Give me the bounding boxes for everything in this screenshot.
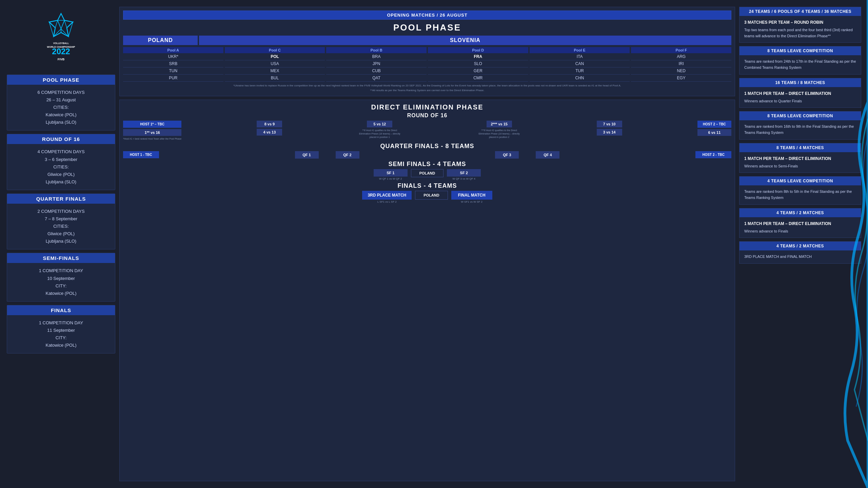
pool-header-pool-d: Pool D [428,47,528,53]
pool-team: CMR [428,75,528,82]
pool-team: CHN [530,75,630,82]
sf-section: SEMI FINALS - 4 TEAMS SF 1 W QF 1 vs W Q… [123,161,731,180]
pool-phase-title: POOL PHASE [123,22,731,33]
ro16-header: ROUND OF 16 [7,134,115,144]
pool-team: SRB [123,60,223,67]
qf-match4: QF 4 [536,151,559,159]
finals-match-group: FINAL MATCH W SF1 vs W SF 2 [451,191,492,203]
pool-team: ARG [631,53,731,60]
pool-team: IRI [631,60,731,67]
ro16-match7: 3 vs 14 [597,129,622,136]
finals-section: FINALS - 4 TEAMS 3RD PLACE MATCH L SF1 v… [123,182,731,203]
ro16-matches-6-7: 7 vs 10 3 vs 14 [597,121,622,136]
pool-team: BRA [326,53,427,60]
pool-phase-section: OPENING MATCHES / 26 AUGUST POOL PHASE P… [119,7,735,96]
right-ro16-header: 16 TEAMS / 8 MATCHES [739,78,861,87]
pool-team: EGY [631,75,731,82]
finals-content: 1 COMPETITION DAY 11 September CITY: Kat… [7,315,115,353]
right-pool-phase-box: 24 TEAMS / 6 POOLS OF 4 TEAMS / 36 MATCH… [739,7,861,43]
pool-team: MEX [225,67,325,75]
left-pool-phase-box: POOL PHASE 6 COMPETITION DAYS 26 – 31 Au… [7,75,115,130]
qf-left-host: HOST 1 - TBC [123,151,159,158]
right-leave1-box: 8 TEAMS LEAVE COMPETITION Teams are rank… [739,46,861,74]
ro16-match8: 6 vs 11 [697,129,731,136]
pool-team: ITA [530,53,630,60]
right-leave1-content: Teams are ranked from 24th to 17th in th… [739,55,861,74]
ro16-match6: 7 vs 10 [597,121,622,127]
ro16-match1: 1** vs 16 [123,129,181,136]
qf-section: QUARTER FINALS - 8 TEAMS HOST 1 - TBC QF… [123,143,731,159]
sf-match2: SF 2 [447,169,481,177]
sf-match1: SF 1 [374,169,408,177]
right-leave2-header: 8 TEAMS LEAVE COMPETITION [739,111,861,120]
right-sf-content: 1 MATCH PER TEAM – DIRECT ELIMINATION Wi… [739,217,861,238]
sf-poland-box: POLAND [411,169,443,177]
pool-team: FRA [428,53,528,60]
pool-team: POL [225,53,325,60]
right-qf-box: 8 TEAMS / 4 MATCHES 1 MATCH PER TEAM – D… [739,143,861,173]
finals-note2: W SF1 vs W SF 2 [461,200,482,203]
ro16-match2: 8 vs 9 [257,121,282,127]
right-finals-header: 4 TEAMS / 2 MATCHES [739,242,861,250]
pool-team: JPN [326,60,427,67]
pool-column-pool-f: Pool FARGIRINEDEGY [631,47,731,82]
svg-text:FIVB: FIVB [58,58,65,61]
sf-note2: W QF 3 vs W QF 4 [452,177,475,180]
pool-team: TUN [123,67,223,75]
right-pool-phase-content: 3 MATCHES PER TEAM – ROUND ROBIN Top two… [739,16,861,42]
de-title: DIRECT ELIMINATION PHASE [123,103,731,111]
sf-note1: W QF 1 vs W QF 2 [379,177,402,180]
pool-team: CUB [326,67,427,75]
sf-content: 1 COMPETITION DAY 10 September CITY: Kat… [7,263,115,301]
right-leave2-box: 8 TEAMS LEAVE COMPETITION Teams are rank… [739,111,861,139]
right-leave1-header: 8 TEAMS LEAVE COMPETITION [739,46,861,55]
pool-team: NED [631,67,731,75]
ro16-note-pos1: **If Host #1 qualifies to the Direct Eli… [358,129,402,139]
qf-matches-left: QF 1 QF 2 [295,151,359,159]
right-sf-box: 4 TEAMS / 2 MATCHES 1 MATCH PER TEAM – D… [739,208,861,238]
pool-team: CAN [530,60,630,67]
pool-header-pool-f: Pool F [631,47,731,53]
sf-layout: SF 1 W QF 1 vs W QF 2 POLAND SF 2 W QF 3… [123,169,731,180]
left-ro16-box: ROUND OF 16 4 COMPETITION DAYS 3 – 6 Sep… [7,134,115,190]
finals-section-title: FINALS - 4 TEAMS [123,182,731,189]
pool-team: SLO [428,60,528,67]
logo-area: VOLLEYBALL WORLD CHAMPIONSHIP 2022 FIVB [7,7,115,71]
ro16-match4: 5 vs 12 [367,121,392,127]
svg-text:2022: 2022 [52,47,70,56]
right-finals-content: 3RD PLACE MATCH and FINAL MATCH [739,250,861,263]
ro16-note-host1: *Host #1 = best ranked Host Team after t… [123,137,181,141]
pool-header-pool-e: Pool E [530,47,630,53]
right-column: 24 TEAMS / 6 POOLS OF 4 TEAMS / 36 MATCH… [739,7,861,481]
qf-host1-box: HOST 1 - TBC [123,151,159,158]
ro16-section: ROUND OF 16 HOST 1* – TBC 1** vs 16 *Hos… [123,113,731,141]
ro16-match3: 4 vs 13 [257,129,282,136]
ro16-match5-group: 2*** vs 15 ***If Host #2 qualifies to th… [477,121,521,139]
right-ro16-box: 16 TEAMS / 8 MATCHES 1 MATCH PER TEAM – … [739,78,861,108]
right-qf-content: 1 MATCH PER TEAM – DIRECT ELIMINATION Wi… [739,152,861,173]
pool-team: PUR [123,75,223,82]
left-qf-box: QUARTER FINALS 2 COMPETITION DAYS 7 – 8 … [7,194,115,249]
finals-match-box: FINAL MATCH [451,191,492,200]
pool-team: GER [428,67,528,75]
pool-hosts-row: POLAND SLOVENIA [123,36,731,45]
ro16-matches-2-3: 8 vs 9 4 vs 13 [257,121,282,136]
finals-note1: L SF1 vs L SF 2 [377,200,397,203]
pool-header-pool-b: Pool B [326,47,427,53]
pool-column-pool-a: Pool AUKR*SRBTUNPUR [123,47,223,82]
sf-section-title: SEMI FINALS - 4 TEAMS [123,161,731,168]
pool-phase-content: 6 COMPETITION DAYS 26 – 31 August CITIES… [7,85,115,130]
left-sf-box: SEMI-FINALS 1 COMPETITION DAY 10 Septemb… [7,253,115,301]
pool-header-pool-c: Pool C [225,47,325,53]
pool-team: USA [225,60,325,67]
left-column: VOLLEYBALL WORLD CHAMPIONSHIP 2022 FIVB … [7,7,115,481]
qf-matches-right: QF 3 QF 4 [495,151,559,159]
ro16-content: 4 COMPETITION DAYS 3 – 6 September CITIE… [7,144,115,189]
right-leave2-content: Teams are ranked from 16th to 9th in the… [739,120,861,139]
qf-right-host: HOST 2 - TBC [695,151,731,158]
qf-header: QUARTER FINALS [7,194,115,204]
right-sf-header: 4 TEAMS / 2 MATCHES [739,208,861,217]
host-slovenia-label: SLOVENIA [199,36,731,45]
left-finals-box: FINALS 1 COMPETITION DAY 11 September CI… [7,305,115,353]
finals-3rd-box: 3RD PLACE MATCH [362,191,412,200]
